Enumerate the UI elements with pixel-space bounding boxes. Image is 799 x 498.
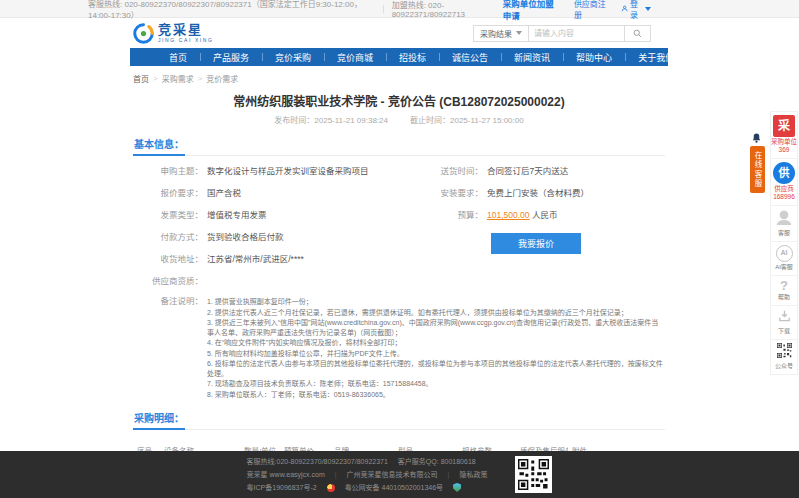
field-payment-method: 付款方式： 货到验收合格后付款 (133, 231, 413, 243)
deadline-time: 截止时间：2025-11-27 15:00:00 (410, 114, 524, 125)
online-service-ribbon[interactable]: 在线客服 (750, 146, 765, 193)
remark-item: 2. 提供法定代表人近三个月社保记录，若已退休，需提供退休证明。如有委托代理人，… (207, 308, 665, 318)
basic-info-fields: 申购主题： 数字化设计与样品开发实训室设备采购项目 报价要求： 国产含税 发票类… (133, 165, 665, 275)
budget-amount: 101,500.00 (487, 210, 530, 220)
nav-item-bidding-mall[interactable]: 竞价商城 (324, 48, 386, 66)
breadcrumb-home[interactable]: 首页 (133, 73, 149, 84)
publish-time: 发布时间：2025-11-21 09:38:24 (274, 114, 388, 125)
purchaser-glyph-icon: 采 (773, 115, 795, 137)
search-button[interactable] (625, 25, 651, 42)
top-utility-bar: 客服热线: 020-80922370/80922307/80922371（国家法… (0, 0, 799, 18)
notice-meta: 发布时间：2025-11-21 09:38:24 截止时间：2025-11-27… (133, 114, 665, 125)
logo-swirl-icon (133, 23, 154, 44)
nav-item-home[interactable]: 首页 (156, 48, 200, 66)
field-delivery-time: 送货时间： 合同签订后7天内送达 (413, 165, 665, 177)
main-nav: 首页 产品服务 竞价采购 竞价商城 招投标 诚信公告 新闻资讯 帮助中心 关于我… (130, 48, 668, 66)
remark-item: 7. 现场勘查及项目技术负责联系人：陈老师；联系电话：15715884458。 (207, 379, 665, 389)
chevron-down-icon (516, 31, 522, 35)
supplier-count: 168996 (771, 193, 797, 201)
nav-item-about[interactable]: 关于我们 (625, 48, 687, 66)
customer-service-avatar-icon (775, 209, 793, 225)
topbar-divider (383, 5, 384, 13)
supplier-register-link[interactable]: 供应商注册 (574, 0, 609, 20)
footer-police-link[interactable]: 粤公网安备 44010502001346号 (345, 481, 443, 494)
rail-download[interactable]: 下载 (771, 306, 797, 340)
rail-wechat-qr[interactable]: 公众号 (771, 340, 797, 374)
purchaser-count: 369 (771, 146, 797, 154)
footer-icp-link[interactable]: 粤ICP备19096837号-2 (247, 481, 317, 494)
remark-item: 8. 采购单位联系人：丁老师；联系电话：0519-86336065。 (207, 390, 665, 400)
footer-privacy-link[interactable]: 隐私政策 (459, 468, 487, 481)
nav-item-bidding-purchase[interactable]: 竞价采购 (262, 48, 324, 66)
nav-item-tenders[interactable]: 招投标 (386, 48, 439, 66)
logo-subtitle: JING CAI XING (158, 38, 214, 43)
footer-qr-code (515, 456, 552, 493)
download-icon (777, 309, 792, 323)
field-delivery-address: 收货地址： 江苏省/常州市/武进区/**** (133, 253, 413, 265)
breadcrumb-purchase-demand[interactable]: 采购需求 (162, 73, 194, 84)
mini-qr-code-icon (777, 343, 792, 358)
nav-item-help[interactable]: 帮助中心 (563, 48, 625, 66)
security-shield-icon (453, 483, 461, 492)
rail-ai-service[interactable]: AI AI客服 (771, 242, 797, 276)
rail-customer-service[interactable]: 客服 (771, 206, 797, 242)
search-icon (633, 29, 642, 38)
login-label: 登录 (630, 0, 643, 20)
supplier-glyph-icon: 供 (773, 162, 795, 184)
basic-info-title: 基本信息： (133, 136, 185, 156)
police-badge-icon (327, 484, 335, 492)
budget-currency: 人民币 (530, 210, 558, 220)
nav-item-integrity[interactable]: 诚信公告 (439, 48, 501, 66)
rail-supplier-stats[interactable]: 供 供应商 168996 (771, 159, 797, 206)
remark-item: 6. 投标单位的法定代表人由参与本项目的其他投标单位委托代理的，或投标单位为参与… (207, 359, 665, 378)
search-bar: 采购结果 (473, 25, 651, 42)
remark-item: 1. 提供营业执照副本复印件一份； (207, 297, 665, 307)
purchaser-join-link[interactable]: 采购单位加盟申请 (503, 0, 562, 21)
field-quote-requirement: 报价要求： 国产含税 (133, 187, 413, 199)
chevron-down-icon (645, 7, 651, 11)
search-category-value: 采购结果 (480, 28, 512, 39)
page-title: 常州纺织服装职业技术学院 - 竞价公告 (CB128072025000022) (133, 92, 665, 109)
purchase-detail-title: 采购明细： (133, 410, 185, 430)
footer-company: 广州竞采星信息技术有限公司 (347, 468, 438, 481)
join-hotline: 加盟热线: 020-80922371/80922713 (392, 0, 503, 19)
rail-purchaser-stats[interactable]: 采 采购单位 369 (771, 112, 797, 159)
ai-service-icon: AI (776, 245, 793, 262)
footer-hotline: 客服热线:020-80922370/80922307/80922371 (247, 455, 388, 468)
rail-help[interactable]: ? 帮助 (771, 276, 797, 306)
site-header: 竞采星 JING CAI XING 采购结果 (0, 18, 799, 48)
nav-item-products[interactable]: 产品服务 (200, 48, 262, 66)
search-input[interactable] (529, 25, 625, 42)
breadcrumb-separator: > (153, 74, 158, 83)
field-budget: 预算： 101,500.00 人民币 (413, 209, 665, 221)
field-install-requirement: 安装要求： 免费上门安装（含材料费） (413, 187, 665, 199)
main-content: 首页 > 采购需求 > 竞价需求 常州纺织服装职业技术学院 - 竞价公告 (CB… (130, 66, 668, 498)
login-menu[interactable]: 登录 (621, 0, 651, 20)
footer-qq: 客户服务QQ: 800180618 (398, 455, 476, 468)
purchase-detail-section-head: 采购明细： (133, 408, 665, 430)
footer-site-link[interactable]: 竞采星 www.easyjcx.com (247, 468, 325, 481)
quote-button[interactable]: 我要报价 (491, 233, 581, 254)
search-category-select[interactable]: 采购结果 (473, 25, 529, 42)
remarks-list: 1. 提供营业执照副本复印件一份； 2. 提供法定代表人近三个月社保记录，若已退… (207, 295, 665, 400)
basic-info-section-head: 基本信息： (133, 134, 665, 156)
site-logo[interactable]: 竞采星 JING CAI XING (133, 23, 214, 44)
service-hotline: 客服热线: 020-80922370/80922307/80922371（国家法… (88, 0, 375, 20)
nav-item-news[interactable]: 新闻资讯 (501, 48, 563, 66)
remark-item: 4. 在“响应文件附件”内如实响应情况及报价，将材料全部打印； (207, 338, 665, 348)
notification-bell-button[interactable] (751, 132, 762, 144)
breadcrumb: 首页 > 采购需求 > 竞价需求 (133, 66, 665, 88)
site-footer: 客服热线:020-80922370/80922307/80922371 客户服务… (0, 451, 799, 498)
field-supplier-qualification: 供应商资质： (133, 275, 665, 287)
bell-icon (751, 132, 762, 144)
remark-item: 3. 提供近三年未被列入“信用中国”网站(www.creditchina.gov… (207, 318, 665, 337)
floating-rail: 采 采购单位 369 供 供应商 168996 客服 AI AI客服 ? 帮助 … (770, 111, 798, 375)
field-remarks: 备注说明： 1. 提供营业执照副本复印件一份； 2. 提供法定代表人近三个月社保… (133, 295, 665, 400)
qr-code-icon (518, 459, 549, 490)
remark-item: 5. 所有响应材料均加盖投标单位公章，并扫描为PDF文件上传。 (207, 349, 665, 359)
user-icon (621, 4, 628, 13)
field-invoice-type: 发票类型： 增值税专用发票 (133, 209, 413, 221)
breadcrumb-separator: > (198, 74, 203, 83)
field-subject: 申购主题： 数字化设计与样品开发实训室设备采购项目 (133, 165, 413, 177)
logo-title: 竞采星 (158, 23, 214, 36)
